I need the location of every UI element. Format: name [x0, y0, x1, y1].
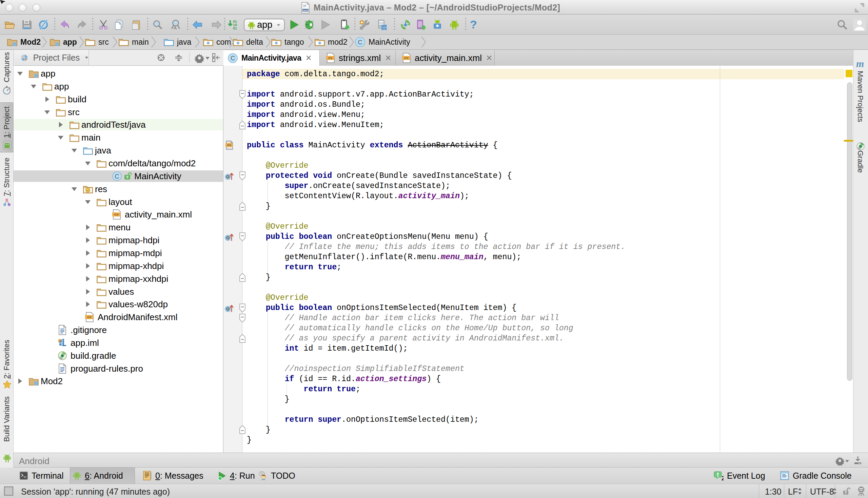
svg-text:java: java	[303, 9, 308, 12]
svg-text:C: C	[358, 39, 362, 46]
svg-text:<>: <>	[328, 56, 333, 60]
svg-text:<>: <>	[404, 56, 409, 60]
svg-text:C: C	[231, 54, 235, 62]
svg-text:01: 01	[233, 27, 237, 30]
svg-text:A: A	[174, 25, 177, 30]
svg-text:2: 2	[722, 475, 724, 481]
svg-text:<>: <>	[227, 143, 231, 147]
svg-text:T: T	[845, 491, 847, 495]
